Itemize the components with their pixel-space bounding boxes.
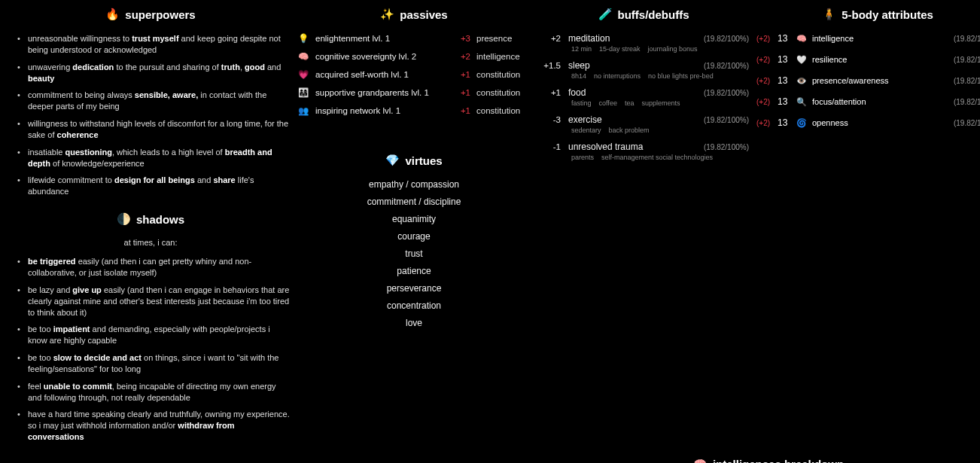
sparkle-icon: ✨: [380, 8, 394, 21]
passive-icon: 💗: [297, 69, 309, 80]
attribute-row: (+2) 13 👁️ presence/awareness (19.82/100…: [756, 75, 980, 86]
buff-value: -3: [538, 115, 561, 124]
attr-value: 13: [778, 54, 791, 65]
attr-name: intelligence: [812, 34, 949, 43]
buff-row: +1 food (19.82/100%) fastingcoffeeteasup…: [538, 87, 749, 107]
passives-section: ✨ passives 💡 enlightenment lvl. 1 +3 pre…: [297, 8, 531, 116]
list-item: commitment to being always sensible, awa…: [20, 90, 290, 112]
list-item: unreasonable willingness to trust myself…: [20, 33, 290, 56]
passive-bonus: +1: [454, 88, 470, 97]
buffs-section: 🧪 buffs/debuffs +2 meditation (19.82/100…: [538, 8, 749, 161]
virtue-item: love: [297, 318, 531, 328]
buff-name: exercise: [568, 114, 696, 125]
attribute-row: (+2) 13 🔍 focus/attention (19.82/100%): [756, 96, 980, 107]
virtue-item: patience: [297, 266, 531, 276]
shadows-section: 🌓 shadows at times, i can: be triggered …: [11, 212, 290, 443]
passive-row: 👥 inspiring network lvl. 1 +1 constituti…: [297, 105, 531, 116]
passive-bonus: +3: [454, 34, 470, 43]
attr-percent: (19.82/100%): [954, 119, 980, 127]
passive-name: cognitive sovereignty lvl. 2: [315, 52, 448, 61]
passive-name: acquired self-worth lvl. 1: [315, 70, 448, 79]
attribute-row: (+2) 13 🧠 intelligence (19.82/100%): [756, 33, 980, 44]
passive-bonus: +1: [454, 106, 470, 115]
brain-icon: 🧠: [693, 458, 707, 463]
buff-row: +2 meditation (19.82/100%) 12 min15-day …: [538, 33, 749, 53]
buff-value: -1: [538, 142, 561, 151]
buff-row: -1 unresolved trauma (19.82/100%) parent…: [538, 142, 749, 161]
attr-value: 13: [778, 96, 791, 107]
buff-name: meditation: [568, 33, 696, 44]
fire-icon: 🔥: [105, 8, 119, 21]
attr-percent: (19.82/100%): [954, 56, 980, 64]
list-item: be triggered easily (and then i can get …: [20, 256, 290, 279]
virtues-section: 💎 virtues empathy / compassioncommitment…: [297, 154, 531, 328]
passive-name: inspiring network lvl. 1: [315, 106, 448, 115]
virtue-item: equanimity: [297, 214, 531, 224]
shadows-subtitle: at times, i can:: [11, 238, 290, 247]
attr-delta: (+2): [756, 119, 773, 127]
virtue-item: perseverance: [297, 283, 531, 294]
passive-attr: intelligence: [476, 52, 531, 61]
buff-percent: (19.82/100%): [704, 143, 749, 151]
body-icon: 🧍: [822, 8, 835, 21]
virtue-item: commitment / discipline: [297, 196, 531, 207]
intelligences-section: 🧠 intelligences breakdown 💪 physical int…: [538, 458, 980, 463]
buff-name: food: [568, 87, 696, 98]
intelligences-title: intelligences breakdown: [713, 458, 844, 463]
passive-row: 👨‍👩‍👧 supportive grandparents lvl. 1 +1 …: [297, 87, 531, 98]
passive-row: 💡 enlightenment lvl. 1 +3 presence: [297, 33, 531, 44]
superpowers-section: 🔥 superpowers unreasonable willingness t…: [11, 8, 290, 197]
buff-percent: (19.82/100%): [704, 89, 749, 97]
attr-delta: (+2): [756, 35, 773, 43]
virtue-item: empathy / compassion: [297, 179, 531, 190]
attr-percent: (19.82/100%): [954, 98, 980, 106]
buff-subtags: parentsself-management social technologi…: [571, 154, 749, 161]
attr-value: 13: [778, 117, 791, 128]
virtue-item: courage: [297, 231, 531, 242]
buff-subtags: fastingcoffeeteasupplements: [571, 99, 749, 107]
buff-name: unresolved trauma: [568, 142, 696, 152]
attributes-title: 5-body attributes: [842, 8, 933, 21]
buff-row: -3 exercise (19.82/100%) sedentaryback p…: [538, 114, 749, 134]
attr-name: resilience: [812, 55, 949, 64]
passive-icon: 🧠: [297, 51, 309, 62]
passive-attr: constitution: [476, 88, 531, 97]
buff-value: +1: [538, 88, 561, 97]
attr-percent: (19.82/100%): [954, 77, 980, 85]
passives-title: passives: [400, 8, 447, 21]
list-item: feel unable to commit, being incapable o…: [20, 381, 290, 404]
moon-icon: 🌓: [117, 212, 130, 226]
buff-name: sleep: [568, 60, 696, 71]
list-item: be lazy and give up easily (and then i c…: [20, 285, 290, 318]
passive-bonus: +2: [454, 52, 470, 61]
attr-name: openness: [812, 118, 949, 127]
virtue-item: trust: [297, 248, 531, 259]
passive-name: supportive grandparents lvl. 1: [315, 88, 448, 97]
potion-icon: 🧪: [598, 8, 612, 21]
buffs-title: buffs/debuffs: [618, 8, 689, 21]
passive-attr: constitution: [476, 70, 531, 79]
list-item: have a hard time speaking clearly and tr…: [20, 409, 290, 443]
passive-icon: 💡: [297, 33, 309, 44]
attr-delta: (+2): [756, 98, 773, 106]
passive-attr: constitution: [476, 106, 531, 115]
attr-percent: (19.82/100%): [954, 35, 980, 43]
buff-percent: (19.82/100%): [704, 116, 749, 124]
attr-icon: 🤍: [796, 55, 808, 65]
attributes-section: 🧍 5-body attributes (+2) 13 🧠 intelligen…: [756, 8, 980, 128]
buff-subtags: 8h14no interruptionsno blue lights pre-b…: [571, 72, 749, 80]
buff-percent: (19.82/100%): [704, 62, 749, 70]
list-item: willingness to withstand high levels of …: [20, 118, 290, 141]
attr-delta: (+2): [756, 56, 773, 64]
buff-subtags: 12 min15-day streakjournaling bonus: [571, 45, 749, 53]
virtues-title: virtues: [405, 154, 442, 167]
passive-icon: 👨‍👩‍👧: [297, 87, 309, 98]
superpowers-title: superpowers: [125, 8, 195, 21]
list-item: lifewide commitment to design for all be…: [20, 175, 290, 197]
list-item: be too impatient and demanding, especial…: [20, 324, 290, 346]
gem-icon: 💎: [385, 154, 399, 167]
buff-subtags: sedentaryback problem: [571, 126, 749, 134]
attr-icon: 🌀: [796, 118, 808, 128]
buff-percent: (19.82/100%): [704, 35, 749, 43]
attr-name: focus/attention: [812, 97, 949, 106]
